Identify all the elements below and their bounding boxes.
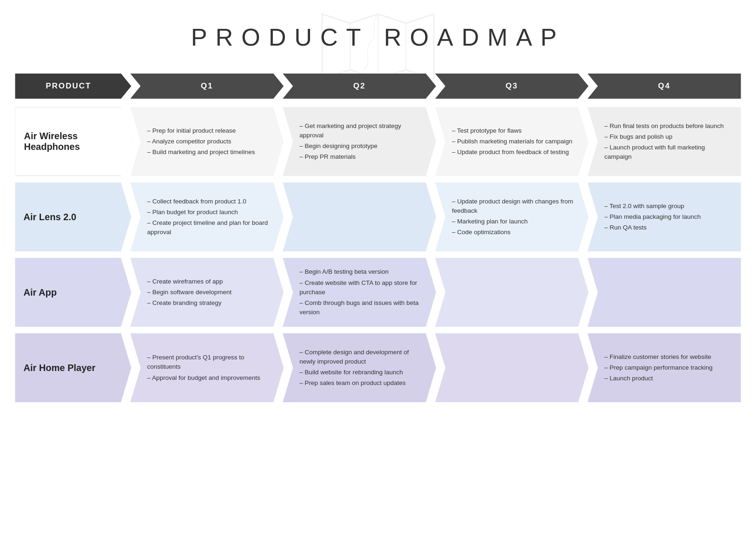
bullet-item: – Publish marketing materials for campai… — [452, 137, 573, 146]
bullet-item: – Comb through bugs and issues with beta… — [299, 298, 425, 317]
bullet-item: – Marketing plan for launch — [452, 217, 578, 226]
q1-data-cell: – Create wireframes of app– Begin softwa… — [130, 258, 284, 327]
product-row: Air Lens 2.0– Collect feedback from prod… — [15, 182, 741, 251]
q4-data-cell: – Finalize customer stories for website–… — [587, 333, 741, 402]
header-q1: Q1 — [130, 74, 284, 99]
bullet-item: – Create project timeline and plan for b… — [147, 218, 273, 237]
roadmap-table: Air Wireless Headphones– Prep for initia… — [15, 107, 741, 402]
bullet-item: – Prep sales team on product updates — [299, 378, 425, 388]
bullet-item: – Create website with CTA to app store f… — [299, 278, 425, 297]
bullet-item: – Update product from feedback of testin… — [452, 148, 573, 157]
header-row: PRODUCT Q1 Q2 Q3 Q4 — [15, 74, 741, 99]
bullet-item: – Launch product — [604, 374, 713, 383]
bullet-item: – Collect feedback from product 1.0 — [147, 197, 273, 206]
product-name-cell: Air Lens 2.0 — [15, 182, 131, 251]
q2-data-cell: – Get marketing and project strategy app… — [283, 107, 436, 176]
product-name-cell: Air Home Player — [15, 333, 131, 402]
header-product: PRODUCT — [15, 74, 131, 99]
bullet-item: – Begin A/B testing beta version — [299, 267, 425, 277]
bullet-item: – Prep campaign performance tracking — [604, 363, 713, 372]
bullet-item: – Finalize customer stories for website — [604, 352, 713, 362]
bullet-item: – Plan budget for product launch — [147, 208, 273, 217]
bullet-item: – Prep PR materials — [299, 152, 425, 162]
page-title: PRODUCT ROADMAP — [191, 23, 565, 51]
q3-data-cell — [435, 258, 588, 327]
q4-data-cell — [587, 258, 741, 327]
bullet-item: – Approval for budget and improvements — [147, 373, 273, 383]
q2-data-cell — [283, 182, 436, 251]
bullet-item: – Update product design with changes fro… — [452, 197, 578, 216]
q1-data-cell: – Present product's Q1 progress to const… — [130, 333, 284, 402]
page: PRODUCT ROADMAP PRODUCT Q1 Q2 Q3 Q4 Air … — [0, 0, 756, 540]
bullet-item: – Get marketing and project strategy app… — [299, 122, 425, 141]
bullet-item: – Code optimizations — [452, 228, 578, 237]
q2-data-cell: – Begin A/B testing beta version– Create… — [283, 258, 436, 327]
bullet-item: – Prep for initial product release — [147, 126, 255, 135]
bullet-item: – Create wireframes of app — [147, 277, 232, 286]
bullet-item: – Begin designing prototype — [299, 142, 425, 151]
header-q3: Q3 — [435, 74, 588, 99]
bullet-item: – Test 2.0 with sample group — [604, 202, 701, 211]
header-q2: Q2 — [283, 74, 436, 99]
bullet-item: – Run QA tests — [604, 223, 701, 232]
bullet-item: – Build website for rebranding launch — [299, 368, 425, 377]
bullet-item: – Launch product with full marketing cam… — [604, 143, 730, 162]
bullet-item: – Begin software development — [147, 288, 232, 297]
bullet-item: – Run final tests on products before lau… — [604, 122, 730, 131]
bullet-item: – Analyze competitor products — [147, 137, 255, 146]
header-area: PRODUCT ROADMAP — [0, 0, 756, 61]
q4-data-cell: – Test 2.0 with sample group– Plan media… — [587, 182, 741, 251]
product-row: Air Wireless Headphones– Prep for initia… — [15, 107, 741, 176]
product-name-cell: Air App — [15, 258, 131, 327]
product-name-cell: Air Wireless Headphones — [15, 107, 131, 176]
q1-data-cell: – Collect feedback from product 1.0– Pla… — [130, 182, 284, 251]
q4-data-cell: – Run final tests on products before lau… — [587, 107, 741, 176]
product-row: Air App– Create wireframes of app– Begin… — [15, 258, 741, 327]
q2-data-cell: – Complete design and development of new… — [283, 333, 436, 402]
bullet-item: – Create branding strategy — [147, 298, 232, 308]
bullet-item: – Plan media packaging for launch — [604, 212, 701, 222]
header-q4: Q4 — [587, 74, 741, 99]
q1-data-cell: – Prep for initial product release– Anal… — [130, 107, 284, 176]
bullet-item: – Present product's Q1 progress to const… — [147, 353, 273, 372]
bullet-item: – Test prototype for flaws — [452, 126, 573, 135]
bullet-item: – Complete design and development of new… — [299, 348, 425, 367]
q3-data-cell — [435, 333, 588, 402]
q3-data-cell: – Update product design with changes fro… — [435, 182, 588, 251]
bullet-item: – Build marketing and project timelines — [147, 148, 255, 157]
q3-data-cell: – Test prototype for flaws– Publish mark… — [435, 107, 588, 176]
product-row: Air Home Player– Present product's Q1 pr… — [15, 333, 741, 402]
bullet-item: – Fix bugs and polish up — [604, 132, 730, 142]
